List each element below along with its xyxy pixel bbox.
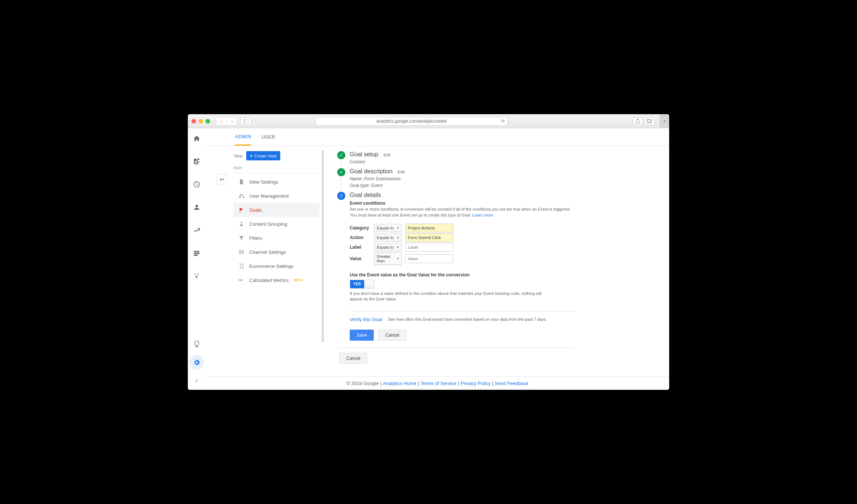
behavior-icon[interactable]	[189, 246, 204, 260]
window-controls	[192, 119, 210, 123]
condition-row-action: Action Equals to▾	[350, 233, 575, 242]
minimize-window[interactable]	[199, 119, 203, 123]
menu-channel-settings[interactable]: Channel Settings	[234, 245, 319, 259]
event-conditions-table: Category Equals to▾ Action Equals to▾	[350, 224, 575, 265]
document-icon	[238, 179, 245, 185]
close-window[interactable]	[192, 119, 196, 123]
chevron-down-icon: ▾	[397, 257, 399, 260]
address-bar[interactable]: analytics.google.com/analytics/web/ ⟳	[315, 117, 508, 126]
footer-link-privacy[interactable]: Privacy Policy	[461, 381, 491, 386]
conversions-icon[interactable]	[189, 269, 204, 283]
copyright: © 2019 Google	[346, 381, 379, 386]
browser-chrome: ‹ › analytics.google.com/analytics/web/ …	[188, 114, 669, 128]
goal-value-toggle[interactable]: YES	[350, 280, 374, 289]
new-tab-button[interactable]: +	[660, 114, 669, 128]
cart-icon	[238, 263, 245, 269]
footer-link-terms[interactable]: Terms of Service	[421, 381, 457, 386]
tab-user[interactable]: USER	[261, 128, 275, 146]
goal-form: ✓ Goal setup Edit Custom ✓	[326, 146, 563, 377]
home-icon[interactable]	[189, 131, 204, 146]
condition-row-value: Value Greater than▾	[350, 252, 575, 265]
collapse-rail-button[interactable]: ‹	[188, 374, 206, 387]
operator-dropdown[interactable]: Equals to▾	[374, 224, 402, 232]
goal-type-row: Goal type: Event	[350, 183, 554, 188]
menu-goals[interactable]: Goals	[234, 203, 319, 217]
category-input[interactable]	[405, 224, 453, 232]
check-icon: ✓	[337, 168, 345, 176]
action-input[interactable]	[405, 233, 453, 242]
edit-link[interactable]: Edit	[383, 153, 390, 157]
verify-goal-link[interactable]: Verify this Goal	[350, 317, 382, 322]
goal-name-row: Name: Form Submissions	[350, 176, 554, 181]
view-settings-column: ↩ View + Create View Main View Settings	[234, 146, 319, 377]
show-sidebar-button[interactable]	[240, 117, 251, 125]
chevron-down-icon: ▾	[397, 226, 399, 230]
label-input[interactable]	[405, 243, 453, 252]
footer: © 2019 Google | Analytics Home | Terms o…	[206, 377, 669, 390]
step-subtitle: Custom	[350, 159, 554, 164]
customization-icon[interactable]	[189, 154, 204, 169]
menu-user-management[interactable]: User Management	[234, 189, 319, 203]
step-title: Goal setup	[350, 151, 378, 158]
top-tabs: ADMIN USER	[206, 128, 669, 146]
acquisition-icon[interactable]	[189, 223, 204, 238]
operator-dropdown[interactable]: Equals to▾	[374, 234, 402, 242]
menu-calculated-metrics[interactable]: Dd Calculated Metrics BETA	[234, 273, 319, 287]
plus-icon: +	[250, 153, 253, 159]
create-view-button[interactable]: + Create View	[246, 151, 280, 160]
maximize-window[interactable]	[206, 119, 210, 123]
channel-icon	[238, 249, 245, 255]
step-goal-details: 3 Goal details Event conditions Set one …	[337, 192, 554, 364]
back-to-admin-button[interactable]: ↩	[217, 174, 227, 184]
view-name-label: Main	[234, 164, 319, 173]
flag-icon	[238, 207, 245, 213]
save-button[interactable]: Save	[350, 330, 374, 341]
svg-rect-0	[243, 119, 248, 123]
beta-badge: BETA	[294, 278, 303, 282]
view-label: View	[234, 154, 243, 158]
menu-content-grouping[interactable]: Content Grouping	[234, 217, 319, 231]
event-conditions-help: Set one or more conditions. A conversion…	[350, 207, 575, 218]
step-number-badge: 3	[337, 192, 345, 200]
scroll-divider[interactable]	[322, 150, 324, 343]
funnel-icon	[238, 235, 245, 241]
chevron-down-icon: ▾	[397, 236, 399, 239]
event-conditions-heading: Event conditions	[350, 201, 575, 206]
left-icon-rail: ‹	[188, 128, 206, 390]
svg-text:Dd: Dd	[238, 278, 243, 282]
reload-icon[interactable]: ⟳	[501, 118, 505, 124]
condition-row-category: Category Equals to▾	[350, 224, 575, 232]
menu-ecommerce-settings[interactable]: Ecommerce Settings	[234, 259, 319, 273]
menu-filters[interactable]: Filters	[234, 231, 319, 245]
operator-dropdown[interactable]: Greater than▾	[374, 252, 402, 265]
tab-admin[interactable]: ADMIN	[235, 128, 251, 146]
edit-link[interactable]: Edit	[398, 170, 405, 174]
cancel-button[interactable]: Cancel	[378, 330, 406, 341]
chevron-down-icon: ▾	[397, 245, 399, 249]
operator-dropdown[interactable]: Equals to▾	[374, 243, 402, 251]
dd-icon: Dd	[238, 277, 245, 283]
step-goal-description: ✓ Goal description Edit Name: Form Submi…	[337, 168, 554, 188]
admin-icon[interactable]	[189, 355, 204, 370]
step-title: Goal details	[350, 192, 575, 198]
divider	[339, 347, 575, 348]
step-goal-setup: ✓ Goal setup Edit Custom	[337, 151, 554, 164]
learn-more-link[interactable]: Learn more	[472, 213, 493, 217]
outer-cancel-button[interactable]: Cancel	[339, 353, 367, 364]
footer-link-feedback[interactable]: Send Feedback	[495, 381, 528, 386]
goal-value-toggle-section: Use the Event value as the Goal Value fo…	[350, 272, 575, 302]
audience-icon[interactable]	[189, 200, 204, 215]
discover-icon[interactable]	[189, 337, 204, 351]
share-button[interactable]	[633, 117, 643, 125]
tabs-button[interactable]	[645, 117, 654, 125]
divider	[350, 311, 575, 311]
condition-row-label: Label Equals to▾	[350, 243, 575, 252]
realtime-icon[interactable]	[189, 177, 204, 192]
step-title: Goal description	[350, 168, 393, 175]
value-input[interactable]	[405, 254, 453, 263]
forward-button[interactable]: ›	[227, 117, 237, 125]
footer-link-analytics-home[interactable]: Analytics Home	[383, 381, 416, 386]
back-button[interactable]: ‹	[216, 117, 227, 125]
menu-view-settings[interactable]: View Settings	[234, 175, 319, 189]
verify-row: Verify this Goal See how often this Goal…	[350, 317, 575, 322]
